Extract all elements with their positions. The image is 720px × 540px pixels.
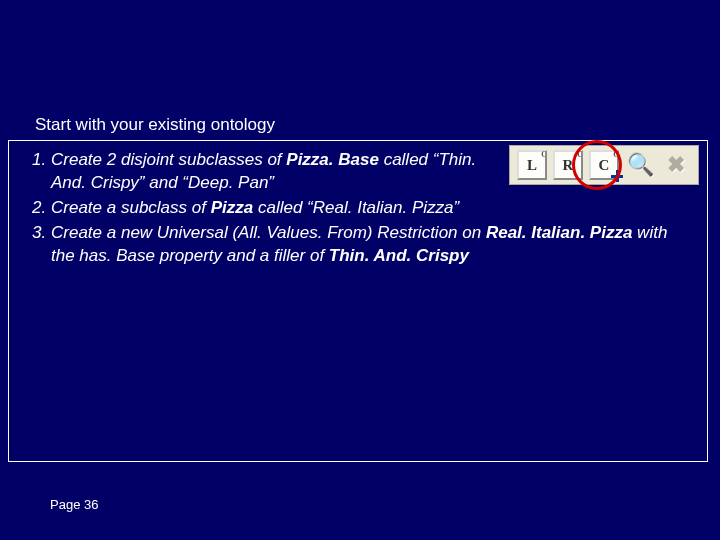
step-text: Create 2 disjoint subclasses of [51,150,286,169]
step-item: Create a subclass of Pizza called “Real.… [51,197,693,220]
step-bold-text: Real. Italian. Pizza [486,223,632,242]
step-bold-text: Pizza [211,198,254,217]
step-bold-text: Thin. And. Crispy [329,246,469,265]
steps-list: Create 2 disjoint subclasses of Pizza. B… [23,149,693,270]
step-text: called “Real. Italian. Pizza” [253,198,459,217]
intro-text: Start with your existing ontology [35,115,275,135]
step-bold-text: Pizza. Base [286,150,379,169]
step-text: Create a new Universal (All. Values. Fro… [51,223,486,242]
step-text: Create a subclass of [51,198,211,217]
step-item: Create a new Universal (All. Values. Fro… [51,222,693,268]
content-box: L C R C C C 🔍 ✖ Create 2 disjoint subcla… [8,140,708,462]
step-item: Create 2 disjoint subclasses of Pizza. B… [51,149,693,195]
page-number: Page 36 [50,497,98,512]
